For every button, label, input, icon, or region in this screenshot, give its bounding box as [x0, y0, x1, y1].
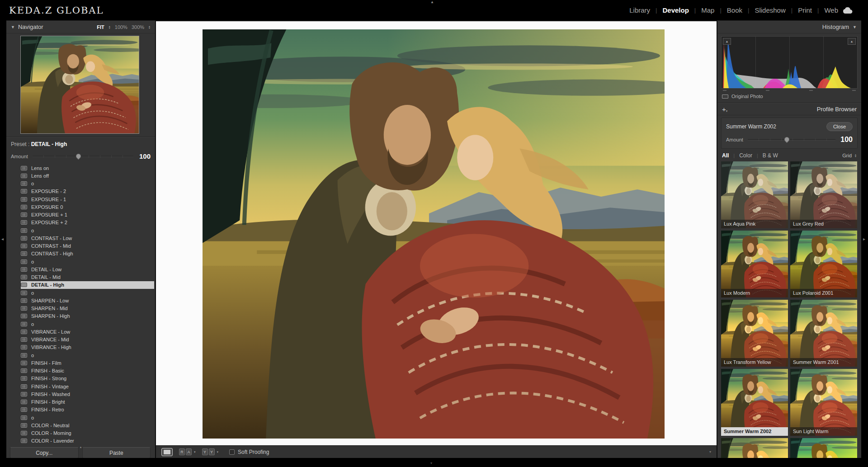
preset-item[interactable]: o	[21, 289, 155, 297]
view-box-a: A	[186, 448, 192, 455]
cloud-sync-icon[interactable]	[843, 7, 853, 16]
loupe-view-icon[interactable]	[161, 448, 173, 456]
original-photo-row[interactable]: Original Photo	[717, 91, 861, 103]
toolbar-options-caret-icon[interactable]: ▾	[709, 450, 711, 454]
preset-amount-label: Amount	[11, 154, 28, 159]
dropdown-caret-icon[interactable]: ▾	[194, 450, 196, 454]
preset-item[interactable]: CONTRAST - Low	[21, 234, 155, 242]
preset-item[interactable]: Lens off	[21, 172, 155, 179]
preset-amount-slider[interactable]	[33, 154, 133, 159]
preset-item[interactable]: EXPOSURE 0	[21, 203, 155, 211]
preset-item[interactable]: o	[21, 258, 155, 265]
profile-tab-bw[interactable]: B & W	[763, 152, 778, 159]
shadow-clipping-icon[interactable]: ▲	[723, 38, 731, 45]
preset-item[interactable]: o	[21, 226, 155, 234]
stepper-icon[interactable]: ▲▼	[854, 154, 857, 157]
module-tab-slideshow[interactable]: Slideshow	[755, 6, 785, 14]
paste-button[interactable]: Paste	[82, 447, 151, 458]
preset-item[interactable]: CONTRAST - High	[21, 250, 155, 258]
copy-button[interactable]: Copy...	[10, 447, 79, 458]
preset-toggle-icon	[21, 407, 27, 412]
preset-item[interactable]: VIBRANCE - Mid	[21, 336, 155, 344]
preset-item[interactable]: FINISH - Bright	[21, 398, 155, 406]
preset-item[interactable]: EXPOSURE - 2	[21, 188, 155, 195]
preset-item[interactable]: FINISH - Film	[21, 359, 155, 367]
profile-amount-slider[interactable]	[748, 137, 835, 142]
preset-item[interactable]: Lens on	[21, 164, 155, 172]
soft-proofing-checkbox[interactable]	[229, 449, 235, 455]
zoom-fit-button[interactable]: FIT	[97, 24, 104, 30]
profile-grid: Lux Aqua PinkLux Grey RedLux ModernLux P…	[721, 161, 857, 467]
preset-item[interactable]: o	[21, 414, 155, 421]
profile-label: Summer Warm Z002	[721, 427, 788, 436]
preset-item[interactable]: DETAIL - High	[21, 281, 154, 289]
profile-thumb-summer-warm-z001[interactable]: Summer Warm Z001	[790, 300, 857, 367]
profile-thumb-lux-grey-red[interactable]: Lux Grey Red	[790, 161, 857, 228]
preset-item[interactable]: COLOR - Neutral	[21, 421, 155, 429]
profile-thumb-sun-light-warm[interactable]: Sun Light Warm	[790, 369, 857, 436]
preset-item[interactable]: SHARPEN - High	[21, 312, 155, 320]
top-panel-toggle-icon[interactable]: ▲	[430, 0, 434, 4]
preset-item[interactable]: COLOR - Morning	[21, 429, 155, 437]
module-tab-library[interactable]: Library	[629, 6, 650, 14]
preset-item[interactable]: EXPOSURE - 1	[21, 195, 155, 203]
preset-item[interactable]: FINISH - Vintage	[21, 382, 155, 390]
navigator-header[interactable]: ▼ Navigator FIT ▲▼ 100% 300% ▲▼	[6, 21, 155, 33]
grid-view-label[interactable]: Grid	[842, 153, 852, 158]
preset-item[interactable]: o	[21, 180, 155, 188]
original-photo-checkbox[interactable]	[722, 94, 728, 99]
module-tab-web[interactable]: Web	[824, 6, 838, 14]
right-panel-toggle-icon[interactable]: ▸	[863, 236, 865, 241]
histogram-display[interactable]: ▲ ▲	[721, 36, 858, 89]
stepper-icon[interactable]: ▲▼	[148, 25, 151, 29]
preset-item[interactable]: DETAIL - Low	[21, 265, 155, 273]
module-tab-map[interactable]: Map	[701, 6, 714, 14]
dropdown-caret-icon[interactable]: ▾	[217, 450, 219, 454]
preset-item[interactable]: EXPOSURE + 1	[21, 211, 155, 219]
preset-item[interactable]: o	[21, 320, 155, 328]
preset-item[interactable]: COLOR - Lavender	[21, 437, 155, 445]
bottom-bar	[0, 458, 868, 467]
profile-thumb-summer-warm-z002[interactable]: Summer Warm Z002	[721, 369, 788, 436]
slider-thumb[interactable]	[783, 136, 791, 143]
preset-item[interactable]: CONTRAST - Mid	[21, 242, 155, 250]
navigator-preview[interactable]	[20, 36, 139, 134]
zoom-300-button[interactable]: 300%	[132, 24, 144, 30]
stepper-icon[interactable]: ▲▼	[108, 25, 111, 29]
preset-item[interactable]: SHARPEN - Low	[21, 297, 155, 304]
preset-item[interactable]: FINISH - Washed	[21, 390, 155, 398]
before-after-view-icon[interactable]: YY▾	[202, 448, 219, 455]
slider-thumb[interactable]	[75, 152, 82, 160]
preset-item[interactable]: FINISH - Basic	[21, 367, 155, 375]
profile-thumb-lux-aqua-pink[interactable]: Lux Aqua Pink	[721, 161, 788, 228]
photo-main-preview[interactable]	[203, 29, 665, 439]
preset-item[interactable]: o	[21, 351, 155, 359]
profile-tab-color[interactable]: Color	[739, 152, 752, 159]
preset-item[interactable]: VIBRANCE - Low	[21, 328, 155, 335]
preset-current-name: DETAIL - High	[31, 141, 67, 147]
preset-item[interactable]: FINISH - Strong	[21, 375, 155, 382]
preset-amount-value: 100	[138, 152, 151, 160]
profile-tab-all[interactable]: All	[722, 152, 729, 159]
preset-item[interactable]: EXPOSURE + 2	[21, 219, 155, 226]
preset-item[interactable]: SHARPEN - Mid	[21, 305, 155, 312]
reference-view-icon[interactable]: RA▾	[179, 448, 196, 455]
profile-thumb-lux-transform-yellow[interactable]: Lux Transform Yellow	[721, 300, 788, 367]
preset-item[interactable]: VIBRANCE - High	[21, 344, 155, 351]
highlight-clipping-icon[interactable]: ▲	[848, 38, 856, 45]
bottom-panel-toggle-icon[interactable]: ▾	[430, 461, 432, 465]
preset-item-label: FINISH - Strong	[31, 376, 66, 381]
preset-toggle-icon	[21, 400, 27, 404]
module-tab-book[interactable]: Book	[727, 6, 742, 14]
profile-thumb-lux-modern[interactable]: Lux Modern	[721, 231, 788, 297]
histogram-header[interactable]: Histogram ▼	[717, 21, 861, 33]
preset-item[interactable]: DETAIL - Mid	[21, 274, 155, 281]
zoom-100-button[interactable]: 100%	[115, 24, 127, 30]
left-panel-toggle-icon[interactable]: ◂	[1, 236, 4, 241]
module-tab-develop[interactable]: Develop	[663, 6, 689, 14]
close-button[interactable]: Close	[826, 122, 853, 131]
profile-thumb-lux-polaroid-z001[interactable]: Lux Polaroid Z001	[790, 231, 857, 297]
preset-item[interactable]: FINISH - Retro	[21, 406, 155, 414]
module-tab-print[interactable]: Print	[798, 6, 812, 14]
add-profiles-icon[interactable]: +▾	[722, 105, 727, 113]
